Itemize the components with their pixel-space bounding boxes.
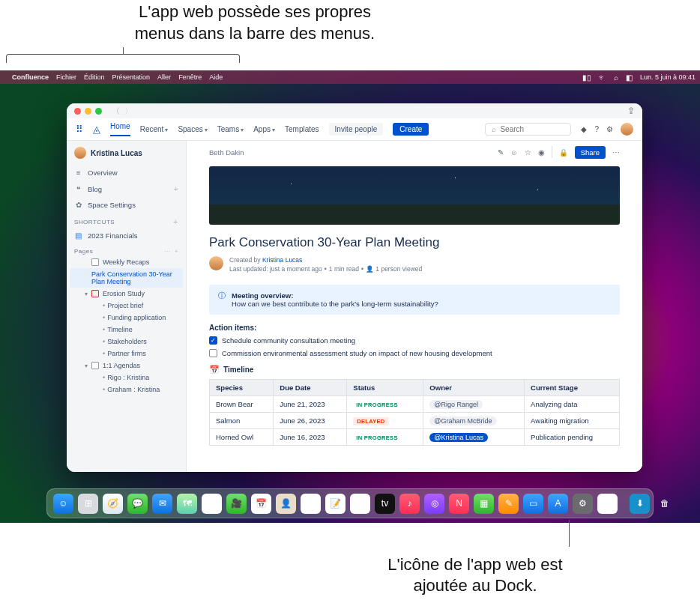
dock-icon-podcasts[interactable]: ◎ (424, 494, 444, 514)
search-icon[interactable]: ⌕ (614, 73, 618, 82)
nav-teams[interactable]: Teams▾ (217, 125, 244, 133)
comment-icon[interactable]: ☺ (510, 148, 518, 157)
sidebar-shortcut-item[interactable]: ▤ 2023 Financials (67, 228, 186, 243)
back-button[interactable]: 〈 (112, 106, 120, 117)
status-badge: IN PROGRESS (353, 401, 400, 409)
sidebar-item-blog[interactable]: ❝ Blog (67, 181, 186, 197)
sidebar-page-item[interactable]: •Funding application (67, 312, 186, 324)
control-center-icon[interactable]: ◧ (626, 73, 633, 82)
dock-icon-music[interactable]: ♪ (399, 494, 420, 514)
checkbox[interactable] (209, 349, 217, 357)
sidebar-page-item[interactable]: ▸Park Conservation 30-Year Plan Meeting (70, 268, 183, 288)
sidebar-page-item[interactable]: •Timeline (67, 324, 186, 336)
dock-icon-safari[interactable]: 🧭 (103, 494, 123, 514)
dock-icon-pages[interactable]: ✎ (498, 494, 519, 514)
menu-fenetre[interactable]: Fenêtre (178, 73, 202, 81)
menubar: Confluence Fichier Édition Présentation … (0, 70, 700, 84)
dock-icon-keynote[interactable]: ▭ (523, 494, 543, 514)
dock-icon-messages[interactable]: 💬 (127, 494, 148, 514)
search-input[interactable] (500, 125, 560, 133)
breadcrumb[interactable]: Beth Dakin (209, 148, 244, 157)
nav-apps[interactable]: Apps▾ (253, 125, 275, 133)
battery-icon[interactable]: ▮▯ (582, 73, 591, 82)
dock-icon-freeform[interactable]: ✎ (350, 494, 370, 514)
help-icon[interactable]: ? (594, 125, 599, 133)
watch-icon[interactable]: ◉ (538, 148, 545, 157)
sidebar-item-space-settings[interactable]: ✿ Space Settings (67, 197, 186, 213)
dock-icon-settings[interactable]: ⚙ (573, 494, 593, 514)
author-link[interactable]: Kristina Lucas (262, 256, 302, 264)
dock-icon-calendar[interactable]: 📅 (251, 494, 271, 514)
share-icon[interactable]: ⇪ (627, 106, 635, 116)
dock-icon-notes[interactable]: 📝 (325, 494, 346, 514)
profile-avatar[interactable] (621, 123, 633, 136)
sidebar-page-label: Timeline (107, 326, 133, 333)
dock-icon-photos[interactable]: ✿ (202, 494, 222, 514)
action-item-row: Commission environmental assessment stud… (209, 349, 620, 357)
sidebar-page-item[interactable]: •Project brief (67, 300, 186, 312)
dock-icon-confluence[interactable]: ◬ (597, 494, 618, 514)
sidebar-page-label: Weekly Recaps (103, 258, 149, 266)
nav-spaces[interactable]: Spaces▾ (178, 125, 207, 133)
sidebar-page-item[interactable]: •Graham : Kristina (67, 384, 186, 396)
app-switcher-icon[interactable]: ⠿ (76, 124, 83, 135)
dock-icon-numbers[interactable]: ▦ (474, 494, 494, 514)
sidebar-page-item[interactable]: ▾Erosion Study (67, 288, 186, 300)
dock-icon-maps[interactable]: 🗺 (177, 494, 197, 514)
dock-icon-facetime[interactable]: 🎥 (226, 494, 247, 514)
cell-due: June 26, 2023 (274, 412, 347, 428)
create-button[interactable]: Create (393, 123, 429, 136)
annotation-top: L'app web possède ses propres menus dans… (124, 1, 386, 44)
menubar-app-name[interactable]: Confluence (12, 73, 49, 81)
menu-presentation[interactable]: Présentation (112, 73, 151, 81)
cell-stage: Publication pending (525, 428, 620, 445)
star-icon[interactable]: ☆ (525, 148, 531, 157)
dock-icon-tv[interactable]: tv (375, 494, 395, 514)
checkbox[interactable]: ✓ (209, 336, 217, 345)
close-button[interactable] (74, 108, 81, 115)
share-button[interactable]: Share (575, 146, 606, 159)
user-mention[interactable]: @Rigo Rangel (429, 400, 483, 409)
menu-aide[interactable]: Aide (209, 73, 223, 81)
dock-icon-trash[interactable]: 🗑 (654, 494, 675, 514)
dock-icon-news[interactable]: N (449, 494, 469, 514)
user-mention[interactable]: @Kristina Lucas (429, 433, 488, 442)
author-avatar[interactable] (209, 256, 223, 270)
sidebar-page-item[interactable]: •Stakeholders (67, 336, 186, 348)
dock-icon-contacts[interactable]: 👤 (276, 494, 296, 514)
lock-icon[interactable]: 🔒 (559, 148, 568, 157)
sidebar-page-label: Partner firms (107, 350, 146, 357)
dock-icon-launchpad[interactable]: ⊞ (78, 494, 98, 514)
nav-home[interactable]: Home (110, 122, 130, 136)
menu-edition[interactable]: Édition (84, 73, 105, 81)
cell-stage: Awaiting migration (525, 412, 620, 428)
sidebar-page-item[interactable]: ▸Weekly Recaps (67, 256, 186, 268)
confluence-logo-icon[interactable]: ◬ (93, 124, 100, 135)
sidebar-space-header[interactable]: Kristina Lucas (67, 141, 186, 165)
sidebar-page-item[interactable]: •Rigo : Kristina (67, 372, 186, 384)
menu-fichier[interactable]: Fichier (56, 73, 76, 81)
zoom-button[interactable] (95, 108, 102, 115)
dock-icon-reminders[interactable]: ☰ (301, 494, 321, 514)
dock-icon-appstore[interactable]: A (548, 494, 568, 514)
edit-icon[interactable]: ✎ (498, 148, 504, 157)
search-box[interactable]: ⌕ (485, 123, 571, 136)
more-actions-icon[interactable]: ⋯ (612, 148, 620, 157)
menu-aller[interactable]: Aller (157, 73, 171, 81)
sidebar-item-overview[interactable]: ≡ Overview (67, 165, 186, 181)
nav-recent[interactable]: Recent▾ (140, 125, 169, 133)
sidebar-page-item[interactable]: ▾1:1 Agendas (67, 360, 186, 372)
dock-icon-finder[interactable]: ☺ (53, 494, 73, 514)
wifi-icon[interactable]: ᯤ (599, 73, 606, 82)
nav-templates[interactable]: Templates (285, 125, 319, 133)
menubar-clock[interactable]: Lun. 5 juin à 09:41 (640, 73, 696, 81)
settings-gear-icon[interactable]: ⚙ (606, 125, 613, 133)
forward-button[interactable]: 〉 (124, 106, 133, 117)
dock-icon-downloads[interactable]: ⬇ (630, 494, 650, 514)
minimize-button[interactable] (85, 108, 91, 115)
dock-icon-mail[interactable]: ✉ (152, 494, 172, 514)
invite-people-button[interactable]: Invite people (329, 123, 384, 136)
notifications-icon[interactable]: ◆ (581, 125, 587, 133)
sidebar-page-item[interactable]: •Partner firms (67, 348, 186, 360)
user-mention[interactable]: @Graham McBride (429, 416, 496, 425)
